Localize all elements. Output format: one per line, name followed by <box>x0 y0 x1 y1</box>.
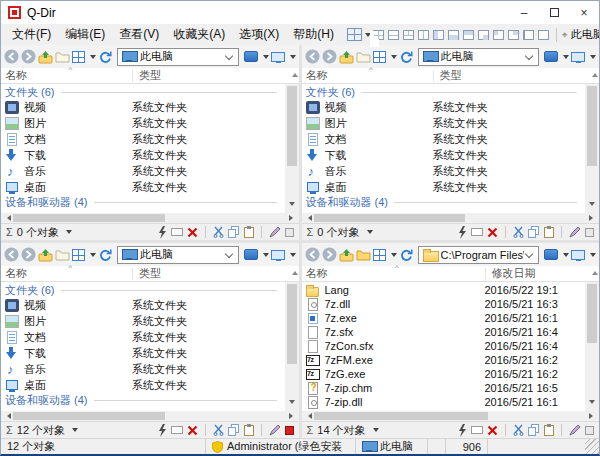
scroll-thumb[interactable] <box>287 284 297 364</box>
column-date[interactable]: 修改日期 <box>492 266 536 281</box>
scroll-left-icon[interactable] <box>305 215 312 221</box>
copy-icon[interactable] <box>228 424 240 436</box>
scroll-down-icon[interactable] <box>589 400 595 407</box>
refresh-icon[interactable] <box>399 248 413 262</box>
file-row[interactable]: 7zCon.sfx2016/5/21 16:4 <box>302 339 586 353</box>
forward-icon[interactable] <box>322 247 337 262</box>
folder-row[interactable]: 下载系统文件夹 <box>1 345 285 361</box>
copy-icon[interactable] <box>528 226 540 238</box>
file-row[interactable]: 7z.exe2016/5/21 16:1 <box>302 311 586 325</box>
vertical-scrollbar[interactable] <box>585 84 599 213</box>
layout-option-icon[interactable] <box>433 30 444 40</box>
folder-row[interactable]: 音乐系统文件夹 <box>1 163 285 179</box>
layout-option-icon[interactable] <box>463 30 474 40</box>
folder-row[interactable]: 桌面系统文件夹 <box>1 179 285 195</box>
view-mode-icon[interactable] <box>373 51 386 63</box>
refresh-icon[interactable] <box>98 50 112 64</box>
goto-icon[interactable]: ⌖ <box>562 29 568 41</box>
quick-action-icon[interactable] <box>157 424 167 437</box>
scroll-thumb[interactable] <box>287 86 297 166</box>
folder-row[interactable]: 视频系统文件夹 <box>302 99 586 115</box>
folder-row[interactable]: 视频系统文件夹 <box>1 99 285 115</box>
column-name[interactable]: 名称^ <box>306 266 485 281</box>
scroll-thumb[interactable] <box>13 412 165 420</box>
layout-option-icon[interactable] <box>388 30 399 40</box>
file-row[interactable]: 7-zip.dll2016/5/21 16:1 <box>302 395 586 409</box>
paste-icon[interactable] <box>544 424 554 436</box>
view-mode-caret[interactable] <box>90 55 96 62</box>
cut-icon[interactable] <box>213 226 224 238</box>
group-header[interactable]: 文件夹 (6) <box>1 85 285 99</box>
pane-target-icon[interactable] <box>571 52 585 62</box>
edit-pen-icon[interactable] <box>269 424 281 436</box>
pane-select-caret[interactable] <box>263 253 269 260</box>
rename-icon[interactable] <box>171 426 183 434</box>
back-icon[interactable] <box>305 247 320 262</box>
scroll-thumb[interactable] <box>314 214 466 222</box>
layout-option-icon[interactable] <box>493 30 504 40</box>
edit-pen-icon[interactable] <box>269 226 281 238</box>
column-name[interactable]: 名称^ <box>5 266 132 281</box>
edit-pen-icon[interactable] <box>569 424 581 436</box>
scroll-thumb[interactable] <box>587 284 597 343</box>
column-divider[interactable] <box>132 70 133 82</box>
scroll-up-icon[interactable] <box>592 70 598 77</box>
scroll-thumb[interactable] <box>13 214 165 222</box>
up-icon[interactable] <box>38 50 53 64</box>
count-caret[interactable] <box>72 428 78 435</box>
count-caret[interactable] <box>373 428 379 435</box>
pane-select-caret[interactable] <box>563 253 569 260</box>
paste-icon[interactable] <box>244 226 254 238</box>
column-divider[interactable] <box>485 268 486 280</box>
horizontal-scrollbar[interactable] <box>1 213 299 223</box>
count-caret[interactable] <box>66 230 72 237</box>
menu-favorites[interactable]: 收藏夹(A) <box>166 24 232 45</box>
layout-option-icon[interactable] <box>523 30 534 40</box>
pane-select-icon[interactable] <box>544 51 558 62</box>
scroll-right-icon[interactable] <box>589 413 596 419</box>
delete-icon[interactable] <box>187 425 198 436</box>
view-mode-icon[interactable] <box>72 51 85 63</box>
group-header[interactable]: 设备和驱动器 (4) <box>302 195 586 209</box>
column-type[interactable]: 类型 <box>440 68 462 83</box>
forward-icon[interactable] <box>322 49 337 64</box>
folder-icon[interactable] <box>55 248 70 261</box>
minimize-button[interactable]: – <box>509 1 539 24</box>
menu-file[interactable]: 文件(F) <box>5 24 58 45</box>
file-row[interactable]: 7z.sfx2016/5/21 16:4 <box>302 325 586 339</box>
view-mode-caret[interactable] <box>90 253 96 260</box>
folder-icon[interactable] <box>55 50 70 63</box>
menu-view[interactable]: 查看(V) <box>112 24 166 45</box>
folder-row[interactable]: 音乐系统文件夹 <box>1 361 285 377</box>
file-row[interactable]: 7zFM.exe2016/5/21 16:2 <box>302 353 586 367</box>
back-icon[interactable] <box>4 247 19 262</box>
column-name[interactable]: 名称^ <box>306 68 433 83</box>
horizontal-scrollbar[interactable] <box>302 411 600 421</box>
column-name[interactable]: 名称^ <box>5 68 132 83</box>
column-type[interactable]: 类型 <box>139 68 161 83</box>
delete-icon[interactable] <box>487 425 498 436</box>
scroll-right-icon[interactable] <box>589 215 596 221</box>
column-divider[interactable] <box>433 70 434 82</box>
copy-icon[interactable] <box>528 424 540 436</box>
address-bar[interactable]: 此电脑 <box>117 246 239 264</box>
group-header[interactable]: 设备和驱动器 (4) <box>1 195 285 209</box>
pane-target-caret[interactable] <box>290 253 296 260</box>
view-mode-icon[interactable] <box>72 249 85 261</box>
scroll-thumb[interactable] <box>314 412 489 420</box>
scroll-down-icon[interactable] <box>589 202 595 209</box>
layout-grid-icon[interactable] <box>347 28 362 41</box>
layout-option-icon[interactable] <box>373 30 384 40</box>
horizontal-scrollbar[interactable] <box>1 411 299 421</box>
pane-indicator-icon[interactable] <box>285 228 294 237</box>
pane-target-caret[interactable] <box>590 55 596 62</box>
folder-row[interactable]: 图片系统文件夹 <box>1 313 285 329</box>
up-icon[interactable] <box>339 50 354 64</box>
address-bar[interactable]: 此电脑 <box>117 48 239 66</box>
file-row[interactable]: Lang2016/5/22 19:1 <box>302 283 586 297</box>
scroll-up-icon[interactable] <box>292 70 298 77</box>
column-divider[interactable] <box>132 268 133 280</box>
back-icon[interactable] <box>4 49 19 64</box>
menu-edit[interactable]: 编辑(E) <box>58 24 112 45</box>
pane-indicator-icon[interactable] <box>285 426 294 435</box>
